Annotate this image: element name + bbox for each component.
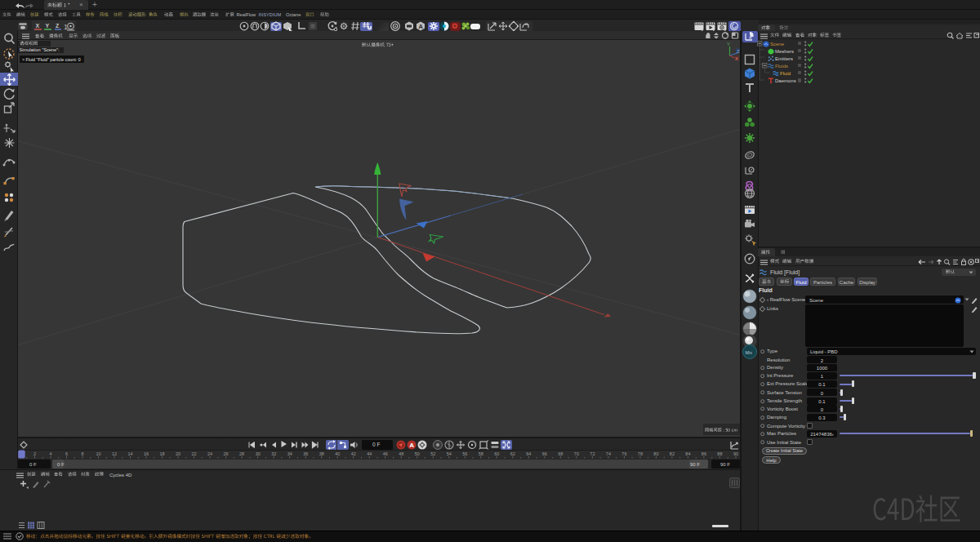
svg-text:82: 82 — [670, 451, 675, 456]
svg-text:A: A — [409, 441, 414, 448]
svg-text:56: 56 — [462, 451, 467, 456]
svg-text:52: 52 — [430, 451, 435, 456]
svg-text:44: 44 — [367, 451, 372, 456]
svg-text:24: 24 — [207, 451, 212, 456]
svg-text:20: 20 — [176, 451, 180, 456]
svg-text:86: 86 — [702, 451, 706, 456]
svg-text:46: 46 — [383, 451, 388, 456]
svg-text:78: 78 — [638, 451, 643, 456]
svg-text:28: 28 — [239, 451, 244, 456]
svg-text:26: 26 — [224, 451, 229, 456]
svg-text:8: 8 — [81, 451, 83, 456]
svg-text:50: 50 — [415, 451, 420, 456]
svg-text:40: 40 — [335, 451, 340, 456]
svg-text:22: 22 — [192, 451, 197, 456]
svg-text:58: 58 — [479, 451, 483, 456]
svg-text:6: 6 — [65, 451, 68, 456]
svg-text:90: 90 — [733, 451, 738, 456]
svg-text:84: 84 — [685, 451, 690, 456]
svg-text:36: 36 — [303, 451, 308, 456]
svg-text:66: 66 — [542, 451, 547, 456]
svg-text:70: 70 — [574, 451, 579, 456]
svg-text:72: 72 — [590, 451, 595, 456]
svg-text:48: 48 — [399, 451, 403, 456]
svg-text:30: 30 — [256, 451, 261, 456]
svg-text:74: 74 — [606, 451, 611, 456]
svg-text:16: 16 — [144, 451, 149, 456]
svg-text:62: 62 — [510, 451, 515, 456]
svg-text:88: 88 — [717, 451, 722, 456]
svg-text:42: 42 — [351, 451, 356, 456]
svg-text:4: 4 — [49, 451, 51, 456]
svg-text:12: 12 — [112, 451, 117, 456]
svg-text:54: 54 — [447, 451, 452, 456]
svg-text:80: 80 — [653, 451, 658, 456]
svg-text:X: X — [735, 56, 738, 61]
svg-text:2: 2 — [33, 451, 36, 456]
svg-text:34: 34 — [287, 451, 292, 456]
svg-text:68: 68 — [558, 451, 563, 456]
svg-text:64: 64 — [526, 451, 531, 456]
svg-text:76: 76 — [621, 451, 626, 456]
svg-text:A: A — [418, 23, 423, 30]
svg-text:Y: Y — [727, 42, 730, 47]
svg-text:32: 32 — [271, 451, 276, 456]
svg-text:10: 10 — [96, 451, 101, 456]
svg-text:60: 60 — [494, 451, 499, 456]
svg-text:18: 18 — [160, 451, 165, 456]
svg-text:38: 38 — [319, 451, 324, 456]
svg-text:Mix: Mix — [746, 350, 753, 355]
svg-text:14: 14 — [128, 451, 133, 456]
